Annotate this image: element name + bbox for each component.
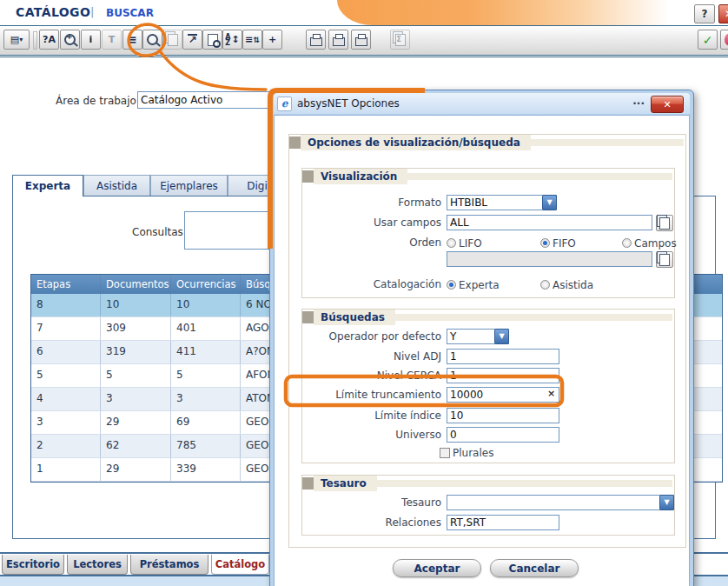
options-group-title: Opciones de visualización/búsqueda bbox=[301, 135, 531, 150]
table-cell: 29 bbox=[101, 411, 171, 434]
export-button[interactable]: ↗ bbox=[182, 30, 202, 50]
print-screen-button[interactable] bbox=[328, 30, 348, 50]
column-header-ocurrencias[interactable]: Ocurrencias bbox=[171, 275, 241, 294]
nivel-adj-input[interactable] bbox=[447, 349, 559, 364]
section-square-icon bbox=[302, 477, 314, 489]
nivel-cerca-input[interactable] bbox=[447, 368, 559, 383]
dialog-content: Opciones de visualización/búsqueda Visua… bbox=[274, 115, 690, 586]
operador-select[interactable]: Y▼ bbox=[447, 329, 509, 344]
disabled-text-icon: T bbox=[109, 34, 116, 45]
chevron-down-icon[interactable]: ▼ bbox=[494, 329, 509, 344]
list-view-button[interactable]: ≡ bbox=[122, 30, 142, 50]
table-cell: 4 bbox=[31, 388, 101, 410]
export-arrow-icon: ↗ bbox=[188, 34, 196, 45]
tesauro-select[interactable]: ▼ bbox=[447, 495, 674, 510]
table-cell: 1 bbox=[31, 458, 101, 481]
universo-input[interactable] bbox=[447, 427, 559, 443]
table-cell: 5 bbox=[171, 364, 241, 387]
dialog-close-button[interactable]: ✕ bbox=[651, 96, 684, 113]
buscar-link[interactable]: BUSCAR bbox=[106, 7, 154, 19]
cancelar-button[interactable]: Cancelar bbox=[490, 559, 579, 577]
bottom-tab-prestamos[interactable]: Préstamos bbox=[130, 555, 208, 575]
orden-campos-lookup-button[interactable] bbox=[656, 251, 673, 268]
table-cell: 8 bbox=[31, 294, 101, 316]
radio-lifo[interactable]: LIFO bbox=[447, 235, 482, 251]
printer-screen-icon bbox=[333, 37, 345, 46]
limite-truncamiento-input[interactable] bbox=[447, 387, 559, 403]
exit-button[interactable] bbox=[720, 30, 728, 50]
reorder-arrows-icon: ⇅ bbox=[253, 36, 260, 44]
copy-disabled-button bbox=[162, 30, 182, 50]
search-help-button[interactable]: ?A bbox=[39, 30, 59, 50]
relaciones-label: Relaciones bbox=[302, 515, 441, 531]
info-button[interactable]: i bbox=[81, 30, 101, 50]
usar-campos-lookup-button[interactable] bbox=[656, 215, 673, 231]
reorder-list-button[interactable]: ≡⇅ bbox=[242, 30, 262, 50]
usar-campos-input[interactable] bbox=[447, 215, 652, 230]
print-multiple-button[interactable] bbox=[306, 30, 326, 50]
operador-value: Y bbox=[450, 330, 456, 343]
limite-indice-input[interactable] bbox=[447, 408, 559, 423]
print-document-button[interactable] bbox=[351, 30, 371, 50]
tab-experta[interactable]: Experta bbox=[12, 175, 83, 196]
column-header-documentos[interactable]: Documentos bbox=[101, 275, 171, 294]
confirm-button[interactable]: ✓ bbox=[698, 30, 718, 50]
column-header-etapas[interactable]: Etapas bbox=[31, 275, 101, 294]
radio-icon bbox=[447, 238, 456, 248]
radio-icon bbox=[447, 280, 456, 290]
help-button[interactable]: ? bbox=[694, 4, 715, 23]
sort-az-button[interactable]: AZ ↕ bbox=[222, 30, 242, 50]
table-cell: 785 bbox=[171, 435, 241, 457]
table-cell: 3 bbox=[31, 411, 101, 434]
search-options-button[interactable] bbox=[142, 30, 162, 50]
preview-button[interactable] bbox=[202, 30, 222, 50]
radio-campos[interactable]: Campos bbox=[622, 235, 677, 251]
consultas-label: Consultas bbox=[132, 226, 183, 238]
copy-icon bbox=[168, 34, 178, 46]
tab-asistida[interactable]: Asistida bbox=[83, 175, 150, 196]
table-cell: 401 bbox=[171, 317, 241, 340]
plurales-checkbox[interactable] bbox=[440, 448, 450, 458]
options-dialog: e absysNET Opciones ... ✕ Opciones de vi… bbox=[269, 90, 694, 586]
table-cell: 10 bbox=[101, 294, 171, 316]
table-cell: 10 bbox=[171, 294, 241, 316]
formato-value: HTBIBL bbox=[450, 196, 487, 209]
table-cell: 3 bbox=[101, 388, 171, 410]
orden-campos-input[interactable] bbox=[447, 251, 652, 267]
options-group: Opciones de visualización/búsqueda Visua… bbox=[288, 134, 686, 548]
aceptar-button[interactable]: Aceptar bbox=[393, 559, 481, 577]
radio-experta[interactable]: Experta bbox=[447, 276, 500, 293]
view-format-dropdown-button[interactable]: ▤▾ bbox=[3, 30, 30, 50]
sigma-pages-icon: Σ bbox=[395, 34, 406, 46]
annotation-arrow-curve bbox=[161, 52, 266, 90]
table-cell: 3 bbox=[171, 388, 241, 410]
bottom-tab-escritorio[interactable]: Escritorio bbox=[2, 555, 64, 575]
radio-icon bbox=[540, 280, 550, 290]
radio-label: Asistida bbox=[553, 279, 593, 291]
busquedas-title: Búsquedas bbox=[314, 310, 395, 325]
page-title: CATÁLOGO bbox=[16, 5, 90, 19]
radio-label: FIFO bbox=[553, 237, 576, 250]
bottom-tab-catalogo[interactable]: Catálogo bbox=[211, 555, 269, 575]
table-cell: 5 bbox=[101, 364, 171, 387]
sum-disabled-button: Σ bbox=[390, 30, 410, 50]
formato-select[interactable]: HTBIBL▼ bbox=[447, 195, 557, 210]
chevron-down-icon[interactable]: ▼ bbox=[542, 195, 557, 210]
orange-swoosh-decoration bbox=[337, 0, 728, 25]
add-button[interactable]: + bbox=[262, 30, 282, 50]
chevron-down-icon[interactable]: ▼ bbox=[659, 495, 674, 510]
radio-fifo[interactable]: FIFO bbox=[540, 235, 576, 251]
limite-truncamiento-label: Límite truncamiento bbox=[302, 387, 441, 403]
clear-field-icon[interactable]: × bbox=[547, 388, 670, 399]
workspace-input[interactable] bbox=[137, 91, 289, 109]
radio-asistida[interactable]: Asistida bbox=[540, 276, 593, 293]
tab-ejemplares[interactable]: Ejemplares bbox=[150, 175, 228, 196]
zoom-search-button[interactable]: + bbox=[60, 30, 80, 50]
dialog-titlebar[interactable]: e absysNET Opciones ... ✕ bbox=[274, 93, 690, 114]
table-cell: 309 bbox=[101, 317, 171, 340]
relaciones-input[interactable] bbox=[447, 515, 559, 530]
nivel-adj-label: Nivel ADJ bbox=[302, 349, 441, 365]
table-cell: 6 bbox=[31, 341, 101, 363]
bottom-tab-lectores[interactable]: Lectores bbox=[67, 555, 128, 575]
window-close-button[interactable]: ✕ bbox=[718, 4, 728, 23]
